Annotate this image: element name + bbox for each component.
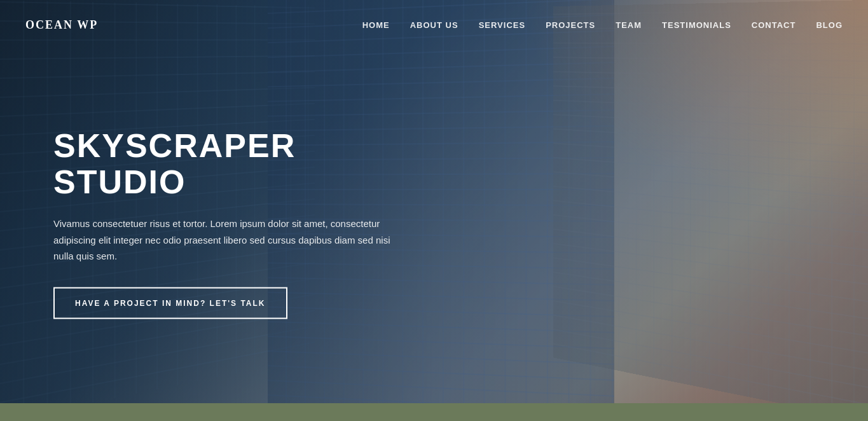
nav-link-blog[interactable]: BLOG <box>816 20 843 30</box>
nav-link-contact[interactable]: CONTACT <box>752 20 796 30</box>
nav-item-blog[interactable]: BLOG <box>816 19 843 31</box>
nav-item-services[interactable]: SERVICES <box>479 19 526 31</box>
nav-item-testimonials[interactable]: TESTIMONIALS <box>662 19 731 31</box>
hero-title: SKYSCRAPER STUDIO <box>53 128 422 200</box>
nav-item-about[interactable]: ABOUT US <box>410 19 458 31</box>
nav-link-services[interactable]: SERVICES <box>479 20 526 30</box>
nav-link-home[interactable]: HOME <box>362 20 390 30</box>
bottom-strip <box>0 403 868 421</box>
nav-item-contact[interactable]: CONTACT <box>752 19 796 31</box>
nav-item-team[interactable]: TEAM <box>616 19 642 31</box>
navbar: OCEAN WP HOME ABOUT US SERVICES PROJECTS… <box>0 0 868 50</box>
hero-section: OCEAN WP HOME ABOUT US SERVICES PROJECTS… <box>0 0 868 421</box>
nav-link-projects[interactable]: PROJECTS <box>546 20 595 30</box>
nav-link-about[interactable]: ABOUT US <box>410 20 458 30</box>
logo: OCEAN WP <box>25 18 98 32</box>
nav-links: HOME ABOUT US SERVICES PROJECTS TEAM TES… <box>362 19 843 31</box>
hero-content: SKYSCRAPER STUDIO Vivamus consectetuer r… <box>53 128 422 319</box>
nav-link-team[interactable]: TEAM <box>616 20 642 30</box>
cta-button[interactable]: HAVE A PROJECT IN MIND? LET'S TALK <box>53 287 287 319</box>
nav-link-testimonials[interactable]: TESTIMONIALS <box>662 20 731 30</box>
nav-item-projects[interactable]: PROJECTS <box>546 19 595 31</box>
nav-item-home[interactable]: HOME <box>362 19 390 31</box>
hero-description: Vivamus consectetuer risus et tortor. Lo… <box>53 216 410 265</box>
